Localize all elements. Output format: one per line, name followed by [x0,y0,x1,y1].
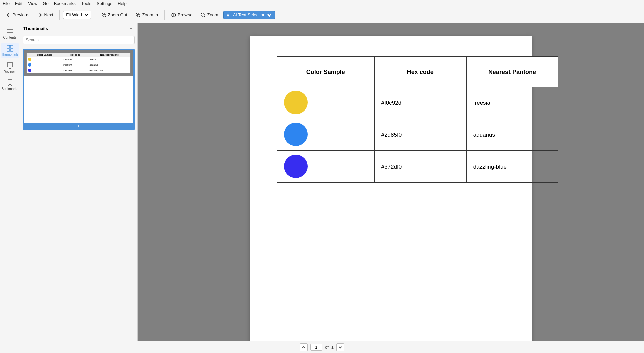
table-row-1: #f0c92d freesia [277,87,558,119]
ai-text-icon: A [226,12,232,18]
page-up-button[interactable] [300,343,308,351]
thumbnails-header: Thumbnails [20,23,137,34]
header-color-sample: Color Sample [277,57,374,87]
menu-go[interactable]: Go [43,1,48,6]
contents-icon [6,28,14,35]
separator-1 [59,10,60,20]
thumbnail-frame: Color Sample Hex code Nearest Pantone #f… [23,49,135,130]
svg-point-8 [201,13,204,16]
color-cell-3 [277,151,374,183]
mini-th-color: Color Sample [27,53,62,57]
previous-button[interactable]: Previous [3,11,33,19]
sidebar-item-reviews[interactable]: Reviews [1,60,19,76]
chevron-down-icon [84,13,88,17]
mini-row-2: #2d85f0 aquarius [27,62,131,68]
next-button[interactable]: Next [35,11,56,19]
next-icon [38,12,43,18]
pdf-page: Color Sample Hex code Nearest Pantone #f… [250,36,532,341]
bookmarks-icon [6,79,14,86]
zoom-icon [200,12,206,18]
mini-pantone-1: freesia [88,57,131,62]
menu-bar: File Edit View Go Bookmarks Tools Settin… [0,0,644,7]
filter-icon[interactable] [128,26,134,31]
table-row-2: #2d85f0 aquarius [277,119,558,151]
page-down-button[interactable] [336,343,344,351]
mini-pantone-3: dazzling-blue [88,68,131,73]
thumbnails-title: Thumbnails [23,26,48,31]
header-hex-code: Hex code [374,57,466,87]
contents-label: Contents [3,36,16,39]
svg-text:A: A [227,13,229,17]
mini-th-hex: Hex code [62,53,88,57]
table-row-3: #372df0 dazzling-blue [277,151,558,183]
mini-circle-blue [28,63,31,67]
sidebar-item-bookmarks[interactable]: Bookmarks [1,77,19,93]
color-cell-2 [277,119,374,151]
pantone-cell-2: aquarius [466,119,558,151]
zoom-in-button[interactable]: Zoom In [132,11,161,19]
reviews-label: Reviews [4,70,16,74]
svg-line-4 [139,16,140,17]
browse-button[interactable]: Browse [168,11,195,19]
zoom-out-icon [101,12,107,18]
menu-edit[interactable]: Edit [15,1,22,6]
circle-yellow [284,91,308,114]
bottom-navigation: of 1 [0,341,644,353]
thumbnail-page-1[interactable]: Color Sample Hex code Nearest Pantone #f… [23,49,135,130]
hex-cell-1: #f0c92d [374,87,466,119]
mini-row-1: #f0c92d freesia [27,57,131,62]
fit-width-dropdown[interactable]: Fit Width [63,11,91,19]
color-table: Color Sample Hex code Nearest Pantone #f… [277,56,558,183]
mini-color-2 [27,62,62,68]
chevron-down-icon [338,345,342,349]
zoom-button[interactable]: Zoom [197,11,221,19]
text-selection-button[interactable]: A AI Text Selection [223,11,275,19]
svg-rect-15 [10,45,13,48]
menu-settings[interactable]: Settings [97,1,112,6]
sidebar-item-thumbnails[interactable]: Thumbnails [1,43,19,58]
svg-rect-14 [7,45,10,48]
svg-line-1 [105,16,106,17]
mini-table: Color Sample Hex code Nearest Pantone #f… [26,53,131,73]
mini-color-1 [27,57,62,62]
sidebar-icons: Contents Thumbnails Reviews Bookmarks [0,23,20,341]
chevron-up-icon [302,345,306,349]
thumbnails-label: Thumbnails [1,53,19,56]
zoom-out-button[interactable]: Zoom Out [98,11,130,19]
thumbnails-panel: Thumbnails Color Sample Hex cod [20,23,138,341]
bookmarks-label: Bookmarks [2,87,18,91]
svg-rect-17 [10,49,13,51]
separator-3 [164,10,165,20]
pdf-viewer[interactable]: Color Sample Hex code Nearest Pantone #f… [138,23,644,341]
dropdown-arrow-icon [267,12,272,18]
page-total: 1 [331,345,334,350]
page-number-input[interactable] [310,344,322,351]
circle-blue [284,123,308,146]
thumbnails-search [20,34,137,46]
thumbnail-page-number: 1 [24,123,133,129]
mini-pantone-2: aquarius [88,62,131,68]
browse-icon [171,12,176,18]
menu-tools[interactable]: Tools [81,1,91,6]
svg-line-9 [204,16,205,17]
thumbnails-icon [6,45,14,52]
mini-color-3 [27,68,62,73]
header-pantone: Nearest Pantone [466,57,558,87]
menu-bookmarks[interactable]: Bookmarks [54,1,76,6]
pantone-cell-3: dazzling-blue [466,151,558,183]
mini-hex-1: #f0c92d [62,57,88,62]
separator-2 [95,10,95,20]
menu-view[interactable]: View [28,1,37,6]
mini-th-pantone: Nearest Pantone [88,53,131,57]
menu-file[interactable]: File [3,1,10,6]
search-input[interactable] [23,36,135,44]
previous-icon [6,12,11,18]
toolbar: Previous Next Fit Width Zoom Out Zoom In… [0,7,644,23]
mini-circle-yellow [28,58,31,61]
thumbnails-list: Color Sample Hex code Nearest Pantone #f… [20,46,137,341]
color-cell-1 [277,87,374,119]
sidebar-item-contents[interactable]: Contents [1,26,19,41]
mini-hex-3: #372df0 [62,68,88,73]
menu-help[interactable]: Help [118,1,127,6]
pantone-cell-1: freesia [466,87,558,119]
